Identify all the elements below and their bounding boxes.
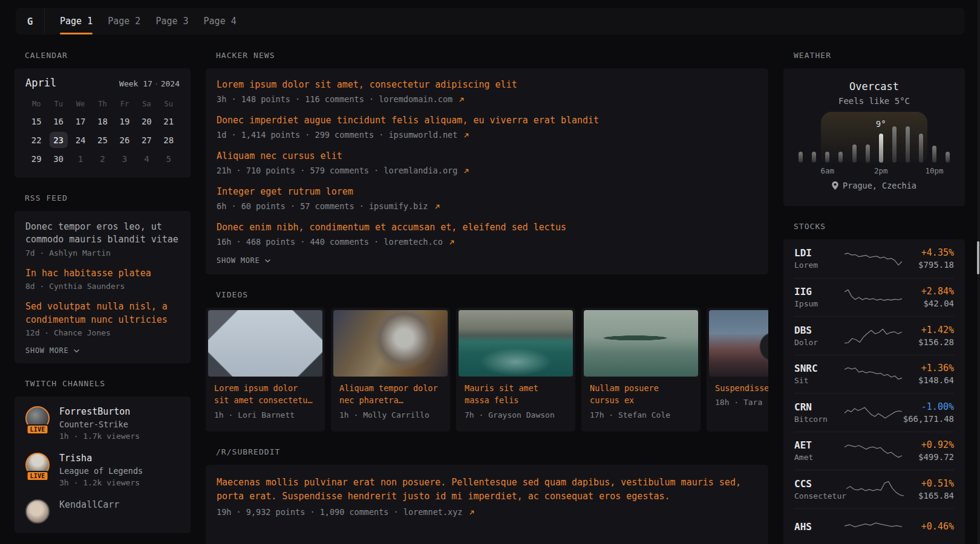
top-navigation: G Page 1Page 2Page 3Page 4 bbox=[16, 8, 964, 34]
stock-row[interactable]: AETAmet+0.92%$499.72 bbox=[794, 432, 954, 470]
stock-row[interactable]: DBSDolor+1.42%$156.28 bbox=[794, 316, 954, 355]
stock-row[interactable]: CCSConsectetur+0.51%$165.84 bbox=[794, 470, 954, 508]
calendar-day[interactable]: 24 bbox=[70, 131, 91, 149]
calendar-day[interactable]: 16 bbox=[47, 112, 69, 131]
video-card[interactable]: Suspendisse diam18h · Tara bbox=[707, 308, 768, 432]
video-thumbnail-sea bbox=[459, 310, 573, 377]
stock-row[interactable]: AHS+0.46% bbox=[794, 508, 954, 544]
tab-page-2[interactable]: Page 2 bbox=[108, 8, 140, 34]
calendar-day[interactable]: 21 bbox=[158, 112, 180, 131]
rss-item-title[interactable]: Sed volutpat nulla nisl, a condimentum n… bbox=[25, 300, 180, 326]
calendar-day[interactable]: 17 bbox=[70, 112, 91, 131]
item-domain[interactable]: ipsumworld.net bbox=[388, 130, 462, 140]
stock-values: +0.51%$165.84 bbox=[904, 478, 954, 500]
calendar-day[interactable]: 5 bbox=[158, 149, 180, 168]
video-thumbnail-camera bbox=[333, 310, 448, 377]
avatar: LIVE bbox=[25, 406, 50, 430]
video-card[interactable]: Aliquam tempor dolor nec pharetra…1h · M… bbox=[331, 308, 450, 432]
stock-row[interactable]: IIGIpsum+2.84%$42.04 bbox=[794, 278, 954, 317]
item-domain[interactable]: ipsumify.biz bbox=[369, 201, 433, 211]
tab-page-1[interactable]: Page 1 bbox=[60, 8, 93, 34]
calendar-month: April bbox=[25, 77, 56, 89]
rss-show-more-label: SHOW MORE bbox=[25, 346, 69, 355]
video-card[interactable]: Nullam posuere cursus ex17h · Stefan Col… bbox=[581, 308, 701, 432]
stock-change-percent: +0.46% bbox=[902, 521, 954, 532]
subreddit-widget: Maecenas mollis pulvinar erat non posuer… bbox=[206, 465, 768, 544]
hackernews-item: Donec imperdiet augue tincidunt felis al… bbox=[217, 114, 757, 140]
scrollbar-thumb[interactable] bbox=[977, 241, 979, 274]
hackernews-show-more-button[interactable]: SHOW MORE bbox=[217, 256, 757, 265]
rss-list: Donec tempor eros leo, ut commodo mauris… bbox=[25, 221, 180, 337]
hackernews-item-title[interactable]: Donec imperdiet augue tincidunt felis al… bbox=[217, 114, 757, 127]
stock-sparkline-wrap bbox=[846, 478, 904, 500]
calendar-day[interactable]: 2 bbox=[91, 149, 113, 168]
calendar-day[interactable]: 23 bbox=[47, 131, 69, 149]
calendar-day[interactable]: 4 bbox=[136, 149, 157, 168]
weather-hour-label: 2pm bbox=[874, 166, 888, 175]
twitch-channel-row[interactable]: LIVETrishaLeague of Legends3h · 1.2k vie… bbox=[25, 453, 180, 487]
calendar-week-year: Week 17·2024 bbox=[119, 79, 180, 88]
page-scrollbar[interactable] bbox=[978, 0, 979, 544]
item-domain[interactable]: loremdomain.com bbox=[379, 94, 457, 104]
weather-bar bbox=[892, 126, 897, 163]
stock-change-percent: +1.42% bbox=[902, 325, 954, 335]
item-domain[interactable]: loremnet.xyz bbox=[403, 507, 468, 517]
calendar-day[interactable]: 3 bbox=[114, 149, 136, 168]
weather-bar bbox=[825, 152, 829, 163]
tab-page-4[interactable]: Page 4 bbox=[204, 8, 237, 34]
rss-item-meta: 8d · Cynthia Saunders bbox=[25, 282, 180, 291]
calendar-day[interactable]: 27 bbox=[136, 131, 157, 149]
weekday-label: Sa bbox=[136, 100, 157, 108]
reddit-post-title[interactable]: Maecenas mollis pulvinar erat non posuer… bbox=[217, 476, 757, 504]
hackernews-item-title[interactable]: Donec enim nibh, condimentum et accumsan… bbox=[217, 221, 757, 234]
calendar-day[interactable]: 29 bbox=[25, 149, 47, 168]
video-title[interactable]: Suspendisse diam bbox=[715, 382, 768, 394]
stock-row[interactable]: CRNBitcorn-1.00%$66,171.48 bbox=[794, 393, 954, 432]
weekday-label: Fr bbox=[114, 100, 136, 108]
item-meta-text: 1d · 1,414 points · 299 comments · bbox=[217, 130, 388, 140]
video-title[interactable]: Aliquam tempor dolor nec pharetra… bbox=[339, 382, 442, 407]
stock-ticker: CRN bbox=[794, 401, 844, 413]
item-domain[interactable]: loremlandia.org bbox=[384, 166, 462, 175]
video-card[interactable]: Lorem ipsum dolor sit amet consectetu…1h… bbox=[206, 308, 325, 432]
calendar-day[interactable]: 15 bbox=[25, 112, 47, 131]
hackernews-item-title[interactable]: Aliquam nec cursus elit bbox=[217, 150, 757, 163]
calendar-day[interactable]: 26 bbox=[114, 131, 136, 149]
app-logo[interactable]: G bbox=[16, 8, 45, 34]
calendar-day[interactable]: 22 bbox=[25, 131, 47, 149]
tab-page-3[interactable]: Page 3 bbox=[155, 8, 188, 34]
video-title[interactable]: Nullam posuere cursus ex bbox=[590, 382, 692, 407]
video-title[interactable]: Mauris sit amet massa felis bbox=[465, 382, 567, 407]
rss-show-more-button[interactable]: SHOW MORE bbox=[25, 346, 180, 355]
item-domain[interactable]: loremtech.co bbox=[384, 237, 448, 247]
video-card[interactable]: Mauris sit amet massa felis7h · Grayson … bbox=[456, 308, 575, 432]
twitch-channel-row[interactable]: KendallCarr bbox=[25, 499, 180, 523]
stock-sparkline-wrap bbox=[844, 517, 902, 539]
rss-item-meta: 7d · Ashlyn Martin bbox=[25, 248, 180, 257]
rss-item-title[interactable]: In hac habitasse platea bbox=[25, 267, 180, 280]
stock-row[interactable]: SNRCSit+1.36%$148.64 bbox=[794, 355, 954, 393]
twitch-channel-name[interactable]: KendallCarr bbox=[59, 499, 119, 510]
calendar-day[interactable]: 1 bbox=[70, 149, 91, 168]
stock-ticker: AHS bbox=[794, 521, 844, 533]
rss-item-title[interactable]: Donec tempor eros leo, ut commodo mauris… bbox=[25, 221, 180, 247]
calendar-day[interactable]: 20 bbox=[136, 112, 157, 131]
twitch-channel-name[interactable]: Trisha bbox=[59, 453, 143, 464]
stock-sparkline bbox=[844, 363, 902, 385]
stock-row[interactable]: LDILorem+4.35%$795.18 bbox=[794, 239, 954, 278]
weather-bar bbox=[812, 152, 816, 163]
calendar-day[interactable]: 30 bbox=[47, 149, 69, 168]
calendar-day[interactable]: 28 bbox=[158, 131, 180, 149]
stocks-widget: LDILorem+4.35%$795.18IIGIpsum+2.84%$42.0… bbox=[783, 239, 965, 544]
calendar-day[interactable]: 18 bbox=[91, 112, 113, 131]
calendar-day[interactable]: 19 bbox=[114, 112, 136, 131]
calendar-day[interactable]: 25 bbox=[91, 131, 113, 149]
hackernews-item: Integer eget rutrum lorem6h · 60 points … bbox=[217, 186, 757, 212]
hackernews-item-meta: 21h · 710 points · 579 comments · loreml… bbox=[217, 165, 757, 176]
twitch-channel-row[interactable]: LIVEForrestBurtonCounter-Strike1h · 1.7k… bbox=[25, 406, 180, 441]
hackernews-item-title[interactable]: Integer eget rutrum lorem bbox=[217, 186, 757, 198]
hackernews-item-title[interactable]: Lorem ipsum dolor sit amet, consectetur … bbox=[217, 79, 757, 91]
video-card-body: Suspendisse diam18h · Tara bbox=[709, 377, 768, 413]
twitch-channel-name[interactable]: ForrestBurton bbox=[59, 406, 140, 417]
video-title[interactable]: Lorem ipsum dolor sit amet consectetu… bbox=[214, 382, 316, 407]
